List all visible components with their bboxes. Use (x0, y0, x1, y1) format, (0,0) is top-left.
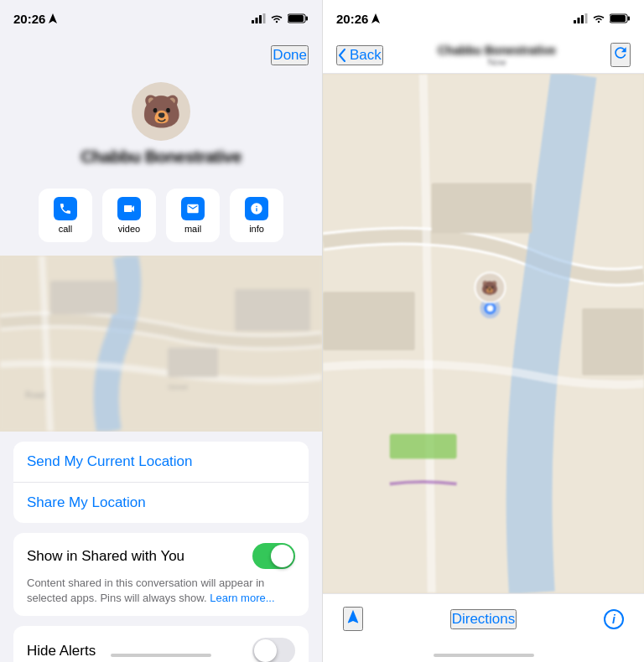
shared-section: Show in Shared with You Content shared i… (13, 533, 309, 616)
map-svg: Road Street (0, 256, 322, 432)
shared-label: Show in Shared with You (27, 548, 184, 565)
action-buttons-row: call video mail info (0, 180, 322, 256)
right-location-icon (371, 13, 380, 23)
svg-point-20 (598, 21, 600, 23)
hide-alerts-label: Hide Alerts (27, 643, 96, 659)
svg-rect-2 (256, 18, 258, 23)
avatar: 🐻 (132, 82, 190, 141)
contact-header: 🐻 Chabbu Bonestrative (0, 74, 322, 180)
svg-text:Road: Road (25, 390, 45, 400)
info-label: info (249, 224, 264, 234)
svg-marker-15 (371, 13, 380, 23)
info-button[interactable]: info (230, 189, 283, 242)
svg-rect-4 (263, 13, 266, 23)
wifi-icon (270, 13, 283, 23)
svg-marker-0 (49, 13, 57, 23)
right-signal-icon (574, 13, 588, 23)
location-arrow-icon (345, 608, 361, 625)
svg-rect-7 (288, 15, 304, 22)
video-button[interactable]: video (102, 189, 156, 242)
info-circle-button[interactable]: i (604, 609, 624, 629)
send-location-item[interactable]: Send My Current Location (13, 442, 309, 483)
shared-description: Content shared in this conversation will… (27, 576, 295, 606)
refresh-button[interactable] (610, 43, 631, 67)
call-label: call (59, 224, 73, 234)
right-battery-icon (610, 13, 631, 23)
svg-point-5 (276, 21, 278, 23)
mail-button[interactable]: mail (166, 189, 220, 242)
share-location-item[interactable]: Share My Location (13, 483, 309, 523)
home-indicator-right (434, 654, 534, 657)
right-status-icons (574, 13, 631, 23)
svg-rect-1 (252, 20, 254, 23)
call-button[interactable]: call (39, 189, 92, 242)
back-button[interactable]: Back (336, 45, 383, 65)
mail-label: mail (184, 224, 201, 234)
right-map-svg: 🐻 (323, 74, 644, 593)
right-nav-subtitle: Now (487, 57, 506, 67)
contact-name: Chabbu Bonestrative (80, 147, 242, 167)
right-wifi-icon (592, 13, 605, 23)
right-bottom-bar: Directions i (323, 593, 644, 644)
right-nav-center: Chabbu Bonestrative Now (390, 44, 604, 67)
svg-text:🐻: 🐻 (481, 280, 498, 296)
right-nav-bar: Back Chabbu Bonestrative Now (323, 37, 644, 74)
svg-rect-16 (574, 20, 576, 23)
mail-icon (181, 197, 205, 220)
left-phone-panel: 20:26 (0, 0, 322, 662)
svg-rect-11 (168, 348, 218, 377)
signal-icon (252, 13, 266, 23)
left-map: Road Street (0, 256, 322, 432)
svg-rect-28 (582, 308, 644, 375)
battery-icon (288, 13, 309, 23)
right-phone-panel: 20:26 (322, 0, 644, 662)
svg-rect-26 (432, 183, 532, 233)
svg-rect-23 (628, 17, 631, 21)
svg-rect-10 (50, 281, 117, 314)
toggle-thumb (271, 545, 293, 567)
svg-rect-17 (578, 18, 580, 23)
done-button[interactable]: Done (271, 45, 309, 65)
location-icon (49, 13, 57, 23)
right-time: 20:26 (336, 12, 380, 26)
left-time: 20:26 (13, 12, 57, 26)
refresh-icon (612, 44, 629, 61)
learn-more-link[interactable]: Learn more... (210, 592, 274, 604)
directions-button[interactable]: Directions (450, 609, 517, 629)
hide-alerts-toggle[interactable] (252, 638, 295, 662)
home-indicator-left (111, 654, 211, 657)
hide-alerts-toggle-thumb (254, 639, 277, 662)
svg-rect-22 (610, 15, 626, 22)
svg-rect-25 (390, 434, 457, 459)
location-arrow-button[interactable] (343, 607, 363, 631)
call-icon (54, 197, 77, 220)
left-nav-bar: Done (0, 37, 322, 74)
svg-text:Street: Street (168, 383, 189, 391)
location-list: Send My Current Location Share My Locati… (13, 442, 309, 523)
status-icons (252, 13, 309, 23)
svg-rect-18 (581, 15, 584, 23)
info-circle-icon (245, 197, 268, 220)
back-chevron-icon (338, 49, 346, 62)
shared-row: Show in Shared with You (27, 543, 295, 569)
svg-rect-8 (306, 17, 309, 21)
left-status-bar: 20:26 (0, 0, 322, 37)
svg-rect-27 (323, 292, 415, 350)
right-status-bar: 20:26 (323, 0, 644, 37)
video-label: video (118, 224, 140, 234)
shared-toggle[interactable] (252, 543, 295, 569)
video-icon (117, 197, 141, 220)
right-map: 🐻 (323, 74, 644, 593)
svg-point-31 (486, 305, 493, 312)
right-nav-title: Chabbu Bonestrative (438, 44, 556, 57)
svg-rect-12 (235, 289, 310, 331)
svg-rect-3 (259, 15, 262, 23)
svg-rect-19 (585, 13, 588, 23)
avatar-emoji: 🐻 (142, 93, 181, 130)
